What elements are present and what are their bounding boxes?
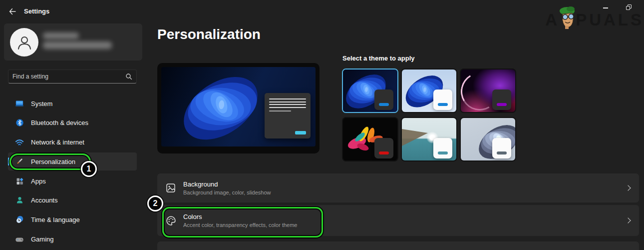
avatar (10, 28, 38, 56)
preview-app-window (265, 93, 311, 138)
system-icon (15, 99, 24, 108)
theme-mini-card (433, 90, 452, 110)
bloom-wallpaper-graphic (176, 67, 265, 146)
sidebar-item-system[interactable]: System (8, 94, 137, 112)
page-title: Personalization (157, 26, 261, 42)
row-title: Background (183, 180, 626, 188)
theme-mini-card (433, 138, 452, 158)
theme-accent-pill (438, 103, 448, 106)
sidebar-item-personalization[interactable]: Personalization (8, 152, 137, 170)
apps-icon (15, 176, 24, 186)
settings-window: Settings A PUALS (0, 0, 644, 250)
sidebar-item-label: Gaming (31, 236, 54, 243)
clock-icon (15, 216, 24, 224)
theme-thumbnail-6[interactable] (460, 117, 516, 162)
chevron-right-icon (625, 218, 631, 223)
sidebar-item-label: Network & internet (31, 138, 84, 146)
theme-thumbnail-1[interactable] (342, 68, 398, 113)
next-settings-row-partial[interactable] (157, 242, 639, 250)
watermark-text-right: PUALS (576, 11, 644, 29)
theme-mini-card (374, 90, 393, 110)
sidebar-item-bluetooth[interactable]: Bluetooth & devices (8, 114, 137, 132)
sidebar-item-time-language[interactable]: Time & language (8, 211, 137, 229)
row-title: Colors (183, 213, 626, 220)
window-title: Settings (24, 8, 49, 15)
search-input[interactable] (12, 73, 125, 80)
background-image-icon (165, 182, 176, 194)
row-subtitle: Accent color, transparency effects, colo… (183, 222, 626, 228)
user-email-redacted (43, 42, 112, 49)
background-settings-row[interactable]: Background Background image, color, slid… (157, 174, 639, 202)
appuals-mascot-icon (559, 6, 577, 29)
theme-thumbnail-2[interactable] (401, 68, 457, 113)
colors-settings-row[interactable]: Colors Accent color, transparency effect… (157, 205, 639, 236)
sidebar-item-label: Time & language (31, 216, 80, 224)
row-subtitle: Background image, color, slideshow (183, 190, 626, 196)
theme-preview (157, 63, 320, 154)
sidebar-item-apps[interactable]: Apps (8, 172, 137, 190)
search-icon (125, 73, 132, 80)
search-box[interactable] (8, 70, 137, 84)
back-arrow-icon (8, 8, 16, 16)
theme-mini-card (492, 138, 511, 158)
watermark-text-left: A (545, 11, 560, 29)
themes-section-title: Select a theme to apply (342, 54, 415, 62)
gamepad-icon (15, 235, 24, 244)
selected-accent-bar (8, 158, 9, 166)
sidebar-item-gaming[interactable]: Gaming (8, 230, 137, 248)
theme-accent-pill (438, 152, 448, 154)
restore-button[interactable] (622, 3, 635, 13)
sidebar-item-label: Accounts (31, 196, 57, 204)
theme-mini-card (492, 90, 511, 110)
wifi-icon (15, 138, 24, 147)
theme-accent-pill (379, 152, 389, 154)
theme-accent-pill (379, 103, 389, 106)
theme-thumbnail-5[interactable] (401, 117, 457, 162)
mountain-graphic (402, 129, 428, 146)
minimize-icon (603, 8, 608, 8)
step-badge-2: 2 (147, 196, 163, 212)
theme-accent-pill (497, 103, 507, 106)
bluetooth-icon (15, 118, 24, 128)
sidebar-item-label: Apps (31, 178, 46, 185)
theme-thumbnail-3[interactable] (460, 68, 516, 113)
sidebar-item-accounts[interactable]: Accounts (8, 192, 137, 210)
accounts-icon (15, 196, 24, 205)
sidebar-item-network[interactable]: Network & internet (8, 134, 137, 152)
preview-accent-button (295, 131, 306, 134)
sidebar-item-label: Personalization (31, 158, 75, 166)
step-badge-1: 1 (81, 161, 97, 177)
back-button[interactable] (7, 6, 18, 17)
sidebar-nav: System Bluetooth & devices Network & int… (8, 94, 137, 250)
sidebar-item-label: System (31, 100, 52, 108)
person-icon (16, 34, 33, 51)
theme-preview-wallpaper (161, 67, 316, 146)
chevron-right-icon (625, 185, 631, 190)
theme-thumbnail-4[interactable] (342, 117, 398, 162)
themes-grid (342, 68, 519, 162)
color-palette-icon (165, 215, 176, 226)
sidebar-item-label: Bluetooth & devices (31, 119, 88, 126)
paintbrush-icon (15, 157, 24, 166)
user-name-redacted (43, 32, 79, 39)
theme-accent-pill (497, 152, 507, 154)
theme-mini-card (374, 138, 393, 158)
minimize-button[interactable] (599, 3, 612, 13)
user-profile-card[interactable] (4, 24, 142, 60)
